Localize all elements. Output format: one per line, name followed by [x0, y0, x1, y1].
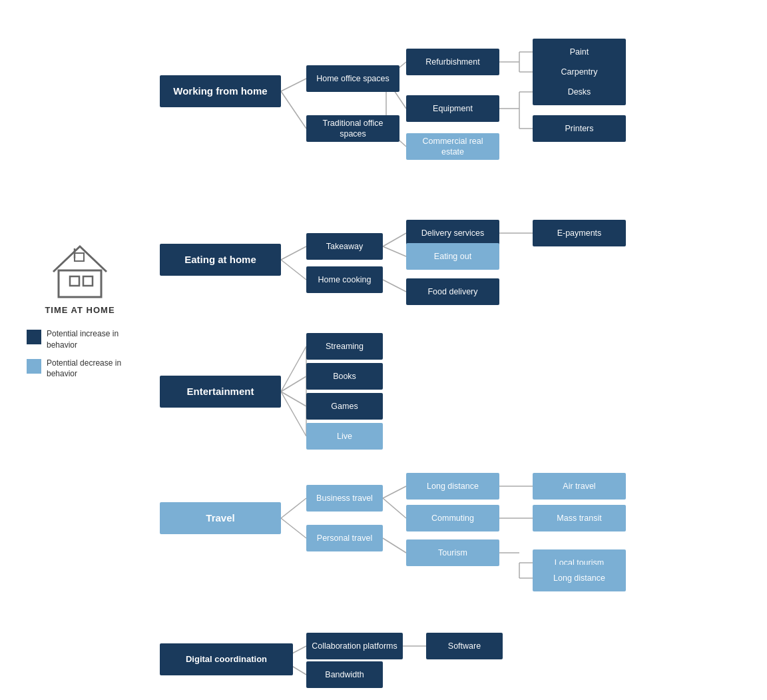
- node-long-distance-travel: Long distance: [406, 473, 499, 500]
- svg-line-24: [383, 280, 406, 292]
- svg-rect-4: [75, 253, 84, 261]
- svg-rect-2: [83, 276, 93, 286]
- node-air-travel: Air travel: [533, 473, 626, 500]
- node-tourism: Tourism: [406, 539, 499, 566]
- svg-line-33: [383, 486, 406, 498]
- node-desks: Desks: [533, 79, 626, 105]
- node-bandwidth: Bandwidth: [306, 661, 383, 688]
- node-books: Books: [306, 363, 383, 390]
- node-business-travel: Business travel: [306, 485, 383, 512]
- svg-line-20: [281, 246, 306, 260]
- node-epayments: E-payments: [533, 220, 626, 246]
- tree-container: Working from home Home office spaces Tra…: [146, 13, 767, 699]
- node-mass-transit: Mass transit: [533, 505, 626, 531]
- node-software: Software: [426, 633, 503, 659]
- svg-line-35: [383, 538, 406, 553]
- node-home-office: Home office spaces: [306, 65, 399, 92]
- node-traditional-office: Traditional office spaces: [306, 115, 399, 142]
- svg-line-26: [281, 346, 306, 392]
- svg-line-5: [281, 79, 306, 91]
- sidebar-title: TIME AT HOME: [45, 305, 115, 315]
- node-games: Games: [306, 393, 383, 420]
- root-travel: Travel: [160, 502, 281, 534]
- node-printers: Printers: [533, 115, 626, 142]
- legend-item-increase: Potential increase in behavior: [27, 328, 133, 351]
- svg-rect-1: [70, 276, 79, 286]
- node-eating-out: Eating out: [406, 243, 499, 270]
- node-collab-platforms: Collaboration platforms: [306, 633, 403, 659]
- svg-line-27: [281, 376, 306, 392]
- svg-line-22: [383, 233, 406, 246]
- svg-line-28: [281, 392, 306, 406]
- node-delivery-services: Delivery services: [406, 220, 499, 246]
- svg-line-6: [281, 91, 306, 129]
- node-personal-travel: Personal travel: [306, 525, 383, 551]
- house-icon: [47, 240, 113, 300]
- sidebar: TIME AT HOME Potential increase in behav…: [13, 13, 146, 699]
- node-live: Live: [306, 423, 383, 450]
- root-eating: Eating at home: [160, 244, 281, 276]
- root-entertainment: Entertainment: [160, 376, 281, 408]
- root-working: Working from home: [160, 75, 281, 107]
- root-digital: Digital coordination: [160, 643, 293, 675]
- legend-text-increase: Potential increase in behavior: [47, 328, 133, 351]
- legend-box-dark: [27, 330, 41, 344]
- legend-item-decrease: Potential decrease in behavior: [27, 358, 133, 380]
- svg-line-34: [383, 498, 406, 518]
- legend-box-light: [27, 359, 41, 374]
- node-commuting: Commuting: [406, 505, 499, 531]
- node-food-delivery: Food delivery: [406, 278, 499, 305]
- main-container: TIME AT HOME Potential increase in behav…: [0, 0, 767, 700]
- svg-line-29: [281, 392, 306, 436]
- svg-line-23: [383, 246, 406, 256]
- svg-line-21: [281, 260, 306, 280]
- legend-text-decrease: Potential decrease in behavior: [47, 358, 133, 380]
- node-refurbishment: Refurbishment: [406, 49, 499, 75]
- node-long-distance-tourism: Long distance: [533, 565, 626, 591]
- node-home-cooking: Home cooking: [306, 266, 383, 293]
- tree-wrapper: Working from home Home office spaces Tra…: [160, 20, 767, 693]
- node-streaming: Streaming: [306, 333, 383, 360]
- svg-line-31: [281, 498, 306, 518]
- node-commercial-re: Commercial real estate: [406, 133, 499, 160]
- node-equipment: Equipment: [406, 95, 499, 122]
- node-takeaway: Takeaway: [306, 233, 383, 260]
- svg-line-32: [281, 518, 306, 538]
